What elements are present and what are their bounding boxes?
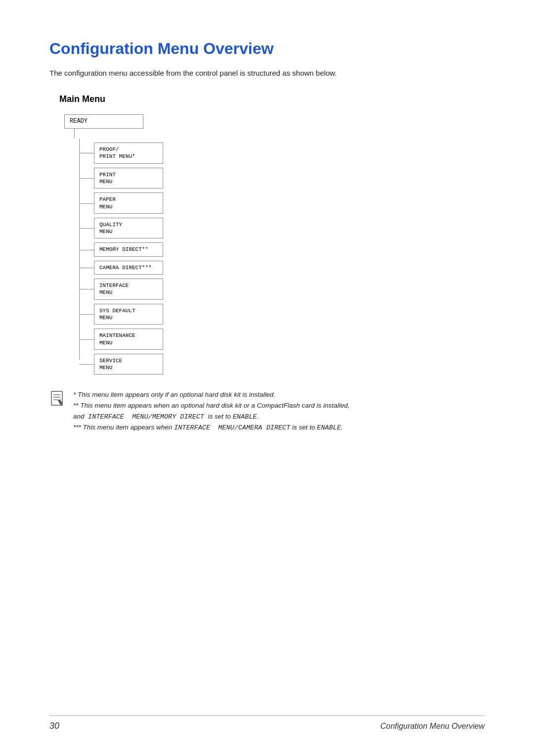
menu-box-quality-menu: QUALITY MENU xyxy=(94,218,163,239)
menu-box-proof-print: PROOF/ PRINT MENU* xyxy=(94,142,163,164)
section-title: Main Menu xyxy=(59,94,485,104)
root-connector xyxy=(74,129,75,139)
note-icon xyxy=(49,390,67,412)
menu-item-service-menu: SERVICE MENU xyxy=(94,354,163,375)
notes-text: * This menu item appears only if an opti… xyxy=(73,389,396,433)
children-container: PROOF/ PRINT MENU* PRINT MENU PAPER MENU… xyxy=(94,139,163,375)
menu-tree: READY PROOF/ PRINT MENU* PRINT MENU PAPE… xyxy=(64,114,485,375)
menu-box-print-menu: PRINT MENU xyxy=(94,168,163,189)
footer-page-number: 30 xyxy=(49,721,59,731)
menu-box-service-menu: SERVICE MENU xyxy=(94,354,163,375)
note-line-2: ** This menu item appears when an option… xyxy=(73,400,396,422)
menu-item-print-menu: PRINT MENU xyxy=(94,168,163,189)
menu-item-paper-menu: PAPER MENU xyxy=(94,192,163,214)
menu-box-maintenance: MAINTENANCE MENU xyxy=(94,329,163,350)
footer-title: Configuration Menu Overview xyxy=(380,722,485,731)
menu-item-memory-direct: MEMORY DIRECT** xyxy=(94,242,163,256)
menu-item-quality-menu: QUALITY MENU xyxy=(94,218,163,239)
menu-box-memory-direct: MEMORY DIRECT** xyxy=(94,242,163,256)
menu-item-sys-default: SYS DEFAULT MENU xyxy=(94,304,163,325)
menu-item-proof-print: PROOF/ PRINT MENU* xyxy=(94,142,163,164)
note-line-1: * This menu item appears only if an opti… xyxy=(73,389,396,400)
menu-box-camera-direct: CAMERA DIRECT*** xyxy=(94,261,163,275)
page-footer: 30 Configuration Menu Overview xyxy=(49,715,485,731)
notes-section: * This menu item appears only if an opti… xyxy=(49,389,396,433)
menu-box-paper-menu: PAPER MENU xyxy=(94,192,163,214)
intro-text: The configuration menu accessible from t… xyxy=(49,68,485,79)
menu-box-interface-menu: INTERFACE MENU xyxy=(94,279,163,300)
note-line-3: *** This menu item appears when INTERFAC… xyxy=(73,422,396,433)
menu-item-maintenance: MAINTENANCE MENU xyxy=(94,329,163,350)
menu-item-interface-menu: INTERFACE MENU xyxy=(94,279,163,300)
note-doc-icon xyxy=(49,390,67,408)
menu-box-sys-default: SYS DEFAULT MENU xyxy=(94,304,163,325)
root-item: READY xyxy=(64,114,143,129)
tree-root: READY PROOF/ PRINT MENU* PRINT MENU PAPE… xyxy=(64,114,485,375)
page-title: Configuration Menu Overview xyxy=(49,40,485,58)
menu-item-camera-direct: CAMERA DIRECT*** xyxy=(94,261,163,275)
menu-box-ready: READY xyxy=(64,114,143,129)
